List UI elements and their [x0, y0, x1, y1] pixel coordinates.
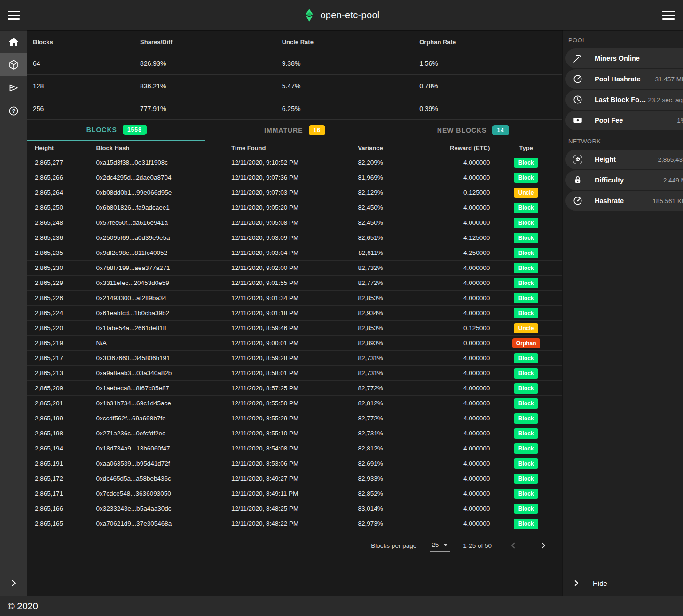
cell-variance: 82,812%	[351, 445, 383, 452]
table-row: 2,865,250 0x6b801826...fa9adcaee1 12/11/…	[27, 200, 562, 215]
cell-variance: 82,129%	[351, 189, 383, 196]
col-shares-diff: Shares/Diff	[140, 39, 282, 46]
cell-variance: 82,853%	[351, 324, 383, 332]
stat-label: Pool Fee	[595, 117, 623, 124]
tab-immature[interactable]: IMMATURE 16	[205, 120, 384, 141]
cell-type: Block	[490, 203, 562, 213]
per-page-select[interactable]: 25	[430, 539, 450, 552]
sidebar-item-home[interactable]	[0, 30, 27, 53]
sidebar-item-help[interactable]: ?	[0, 99, 27, 122]
tab-immature-label: IMMATURE	[264, 126, 303, 134]
cell-block-hash: 0x1fabe54a...2661de81ff	[92, 324, 226, 332]
cell-variance: 82,812%	[351, 400, 383, 407]
cell-type: Block	[490, 383, 562, 394]
table-row: 2,865,226 0x21493300...af2ff9ba34 12/11/…	[27, 291, 562, 306]
right-menu-icon[interactable]	[662, 11, 675, 20]
cell-block-hash: 0x7b8f7199...aea377a271	[92, 264, 226, 271]
per-page-label: Blocks per page	[371, 542, 416, 549]
cell-type: Block	[490, 173, 562, 183]
type-badge: Block	[514, 519, 538, 529]
blocks-tabs: BLOCKS 1558 IMMATURE 16 NEW BLOCKS 14	[27, 120, 562, 141]
stat-value: 2,865,431	[656, 156, 683, 163]
cell-time-found: 12/11/2020, 9:02:00 PM	[225, 264, 351, 271]
cell-block-hash: 0xb08dd0b1...99e066d95e	[92, 189, 226, 196]
col-orphan-rate: Orphan Rate	[419, 39, 562, 46]
cell-height: 2,865,172	[27, 475, 92, 482]
cell-time-found: 12/11/2020, 8:55:29 PM	[225, 415, 351, 422]
cell-variance: 82,209%	[351, 159, 383, 166]
cell-time-found: 12/11/2020, 9:05:20 PM	[225, 204, 351, 211]
gauge-icon	[572, 73, 583, 85]
col-block-hash: Block Hash	[92, 144, 226, 151]
luck-stats-row: 256 777.91% 6.25% 0.39%	[27, 97, 562, 119]
col-blocks: Blocks	[27, 39, 140, 46]
sidebar-item-payments[interactable]	[0, 76, 27, 99]
hide-sidebar-button[interactable]: Hide	[563, 570, 683, 596]
copyright-text: © 2020	[8, 601, 38, 612]
cell-time-found: 12/11/2020, 9:01:18 PM	[225, 309, 351, 316]
pool-hashrate: Pool Hashrate 31.457 MH	[565, 69, 683, 89]
tab-blocks-label: BLOCKS	[86, 126, 117, 134]
previous-page-button[interactable]	[505, 537, 522, 554]
cell-height: 2,865,191	[27, 460, 92, 467]
type-badge: Uncle	[514, 323, 538, 333]
help-icon: ?	[8, 105, 19, 117]
col-type: Type	[490, 144, 562, 151]
chevron-right-icon	[539, 541, 548, 550]
table-row: 2,865,213 0xa9a8eab3...03a340a82b 12/11/…	[27, 366, 562, 381]
tab-blocks-count-badge: 1558	[123, 125, 147, 135]
cell-height: 2,865,229	[27, 279, 92, 286]
cell-block-hash: 0x1aebeca8...8f67c05e87	[92, 385, 226, 392]
cell-variance: 82,852%	[351, 490, 383, 497]
sidebar-collapse-button[interactable]	[0, 570, 27, 596]
cell-height: 2,865,165	[27, 520, 92, 527]
table-row: 2,865,235 0x9df2e98e...811fc40052 12/11/…	[27, 245, 562, 261]
tab-new-blocks[interactable]: NEW BLOCKS 14	[384, 120, 562, 141]
per-page-value: 25	[432, 541, 439, 548]
col-time-found: Time Found	[225, 144, 351, 151]
cell-reward: 4.000000	[383, 309, 490, 316]
main-content: Blocks Shares/Diff Uncle Rate Orphan Rat…	[27, 30, 562, 596]
pool-miners-online: Miners Online 1	[565, 48, 683, 68]
cell-time-found: 12/11/2020, 9:05:08 PM	[225, 219, 351, 226]
cell-block-hash: 0xccdf562f...69a698b7fe	[92, 415, 226, 422]
cell-type: Block	[490, 474, 562, 484]
cell-time-found: 12/11/2020, 8:59:28 PM	[225, 355, 351, 362]
cell-time-found: 12/11/2020, 8:49:27 PM	[225, 475, 351, 482]
cell-variance: 82,651%	[351, 234, 383, 241]
cell-time-found: 12/11/2020, 9:01:34 PM	[225, 294, 351, 301]
tab-blocks[interactable]: BLOCKS 1558	[27, 120, 205, 141]
stat-uncle-rate: 5.47%	[282, 82, 419, 90]
cell-height: 2,865,236	[27, 234, 92, 241]
cell-reward: 0.125000	[383, 189, 490, 196]
cell-reward: 4.000000	[383, 430, 490, 437]
cell-height: 2,865,198	[27, 430, 92, 437]
cell-time-found: 12/11/2020, 9:07:03 PM	[225, 189, 351, 196]
next-page-button[interactable]	[535, 537, 552, 554]
table-row: 2,865,230 0x7b8f7199...aea377a271 12/11/…	[27, 261, 562, 276]
cell-type: Block	[490, 263, 562, 273]
svg-text:?: ?	[12, 108, 15, 114]
type-badge: Block	[514, 443, 538, 454]
stat-shares-diff: 836.21%	[140, 82, 282, 90]
chevron-left-icon	[509, 541, 518, 550]
type-badge: Block	[514, 263, 538, 273]
network-difficulty: Difficulty 2.449 M	[565, 170, 683, 190]
type-badge: Block	[514, 413, 538, 424]
sidebar-item-blocks[interactable]	[0, 53, 27, 76]
cell-reward: 0.125000	[383, 324, 490, 332]
cell-time-found: 12/11/2020, 9:01:55 PM	[225, 279, 351, 286]
col-uncle-rate: Uncle Rate	[282, 39, 419, 46]
cell-reward: 4.000000	[383, 415, 490, 422]
cell-variance: 82,611%	[351, 249, 383, 256]
stat-label: Height	[595, 156, 616, 163]
type-badge: Block	[514, 308, 538, 318]
cell-type: Block	[490, 353, 562, 363]
network-height: Height 2,865,431	[565, 150, 683, 169]
menu-icon[interactable]	[8, 11, 20, 20]
table-row: 2,865,172 0xdc465d5a...a58beb436c 12/11/…	[27, 471, 562, 486]
cell-height: 2,865,171	[27, 490, 92, 497]
cell-height: 2,865,264	[27, 189, 92, 196]
type-badge: Orphan	[512, 338, 540, 348]
type-badge: Block	[514, 353, 538, 363]
